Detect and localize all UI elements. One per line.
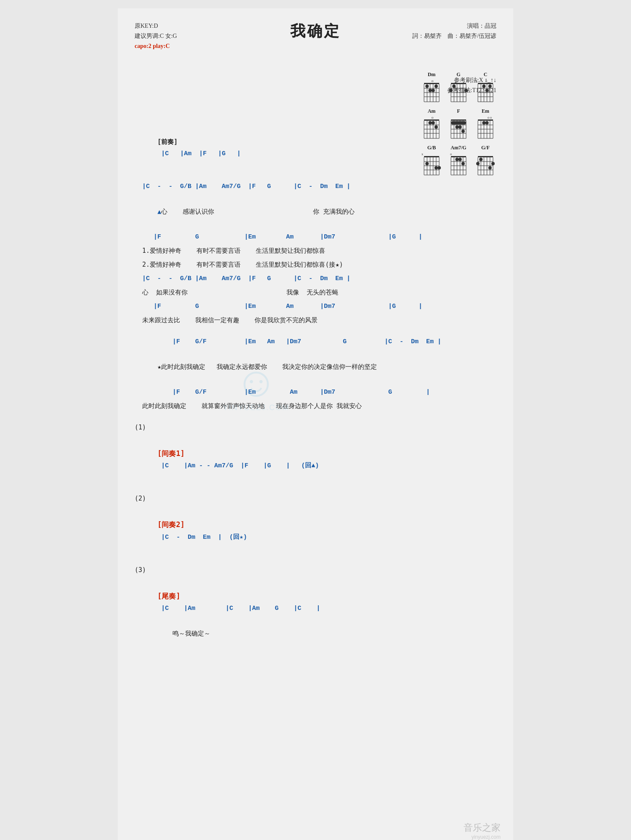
chord-em: Em o o — [475, 108, 496, 140]
song-content: [前奏] |C |Am |F |G | |C - - G/B |Am Am7/G… — [135, 125, 496, 640]
chord-row-2: Am o — [421, 108, 496, 140]
svg-point-102 — [425, 162, 429, 165]
svg-text:o: o — [485, 79, 488, 83]
svg-rect-91 — [424, 156, 439, 157]
chord-dm: Dm o — [421, 72, 443, 104]
footer-logo-sub: yinyuezj.com — [464, 834, 501, 840]
svg-point-14 — [432, 89, 435, 92]
svg-rect-72 — [451, 121, 466, 125]
lyric-5: 未来跟过去比 我相信一定有趣 你是我欣赏不完的风景 — [135, 315, 496, 326]
svg-rect-16 — [451, 83, 466, 84]
interlude2: [间奏2] |C - Dm Em | (回★) — [135, 507, 496, 554]
svg-point-28 — [452, 85, 456, 88]
marker-3: (3) — [135, 564, 496, 576]
svg-point-15 — [435, 85, 438, 88]
svg-point-131 — [476, 162, 480, 165]
svg-rect-1 — [424, 83, 439, 84]
chord-line-4: |F G |Em Am |Dm7 |G | — [135, 301, 496, 312]
chord-line-1: |C - - G/B |Am Am7/G |F G |C - Dm Em | — [135, 181, 496, 192]
svg-text:o: o — [450, 152, 452, 156]
chord-line-2: |F G |Em Am |Dm7 |G | — [135, 231, 496, 243]
suggestion: 建议男调:C 女:G — [135, 31, 177, 41]
svg-point-117 — [455, 158, 459, 161]
svg-point-103 — [435, 166, 438, 170]
lyric-star: ★此时此刻我确定 我确定永远都爱你 我决定你的决定像信仰一样的坚定 — [135, 350, 496, 384]
svg-rect-120 — [478, 156, 493, 157]
chord-gb: G/B x — [421, 145, 443, 177]
svg-point-134 — [488, 166, 492, 170]
svg-text:o o: o o — [488, 116, 492, 119]
footer-logo: 音乐之家 yinyuezj.com — [464, 821, 501, 840]
svg-text:x: x — [422, 152, 423, 156]
footer-logo-main: 音乐之家 — [464, 821, 501, 834]
chord-f: F — [448, 108, 469, 140]
svg-point-104 — [437, 166, 441, 170]
chord-diagrams: Dm o — [421, 72, 496, 177]
chord-line-5: |F G/F |Em Am |Dm7 G |C - Dm Em | — [135, 336, 496, 347]
svg-rect-47 — [424, 119, 439, 121]
chord-g: G — [448, 72, 469, 104]
svg-point-119 — [461, 162, 465, 165]
meta-right: 演唱：品冠 詞：易桀齐 曲：易桀齐/伍冠谚 — [412, 21, 496, 41]
svg-rect-77 — [478, 119, 493, 121]
svg-point-59 — [432, 121, 435, 125]
chord-line-6: |F G/F |Em Am |Dm7 G | — [135, 387, 496, 398]
lyric-4: 心 如果没有你 我像 无头的苍蝇 — [135, 287, 496, 298]
svg-point-12 — [425, 85, 429, 88]
svg-point-88 — [482, 121, 485, 125]
svg-point-58 — [428, 121, 432, 125]
marker-2: (2) — [135, 493, 496, 504]
svg-text:x: x — [475, 79, 477, 83]
meta-left: 原KEY:D 建议男调:C 女:G capo:2 play:C — [135, 21, 177, 51]
svg-rect-106 — [451, 156, 466, 157]
svg-point-118 — [459, 158, 462, 161]
svg-text:o: o — [432, 115, 434, 119]
svg-point-60 — [435, 125, 438, 129]
chord-row-3: G/B x — [421, 145, 496, 177]
capo: capo:2 play:C — [135, 41, 177, 51]
svg-rect-61 — [451, 119, 466, 121]
original-key: 原KEY:D — [135, 21, 177, 31]
svg-rect-32 — [478, 83, 493, 84]
lyric-1: ▲心 感谢认识你 你 充满我的心 — [135, 195, 496, 229]
svg-point-27 — [449, 89, 453, 92]
chord-c: C x o — [475, 72, 496, 104]
svg-point-133 — [491, 162, 495, 165]
chord-gf: G/F — [475, 145, 496, 177]
svg-point-73 — [455, 125, 459, 129]
chord-am7g: Am7/G o — [448, 145, 469, 177]
lyric-6: 此时此刻我确定 就算窗外雷声惊天动地 现在身边那个人是你 我就安心 — [135, 400, 496, 412]
outro: [尾奏] |C |Am |C |Am G |C | — [135, 578, 496, 626]
svg-text:o: o — [432, 79, 434, 83]
svg-point-132 — [479, 158, 483, 161]
chord-row-1: Dm o — [421, 72, 496, 104]
svg-point-75 — [461, 130, 465, 133]
lyricist-composer: 詞：易桀齐 曲：易桀齐/伍冠谚 — [412, 31, 496, 41]
svg-point-13 — [428, 89, 432, 92]
chord-am: Am o — [421, 108, 443, 140]
chord-line-3: |C - - G/B |Am Am7/G |F G |C - Dm Em | — [135, 273, 496, 284]
svg-point-43 — [482, 85, 485, 88]
lyric-outro: 鸣～我确定～ — [135, 628, 496, 639]
lyric-2: 1.爱情好神奇 有时不需要言语 生活里默契让我们都惊喜 — [135, 245, 496, 257]
marker-1: (1) — [135, 422, 496, 433]
svg-point-29 — [464, 89, 468, 92]
performer: 演唱：品冠 — [412, 21, 496, 31]
svg-point-89 — [485, 121, 489, 125]
svg-point-45 — [488, 85, 492, 88]
interlude1: [间奏1] |C |Am - - Am7/G |F |G | (回▲) — [135, 436, 496, 483]
lyric-3: 2.爱情好神奇 有时不需要言语 生活里默契让我们都惊喜(接★) — [135, 259, 496, 270]
svg-point-44 — [485, 89, 489, 92]
svg-point-74 — [459, 125, 462, 129]
